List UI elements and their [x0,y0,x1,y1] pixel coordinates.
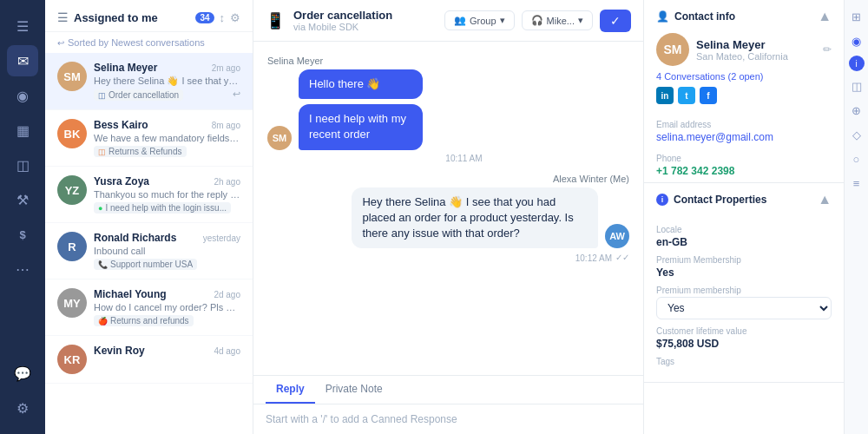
conv-tag-1: ◫ Order cancellation [94,89,183,101]
contact-name-group: Selina Meyer San Mateo, California [696,38,788,62]
read-receipt-icon: ✓✓ [615,253,629,262]
contact-properties-section: i Contact Properties ▲ Locale en-GB Prem… [644,183,844,383]
add-person-icon[interactable]: ⊕ [847,101,866,120]
facebook-icon[interactable]: f [700,87,717,104]
sort-arrow-icon: ↩ [57,38,64,48]
conv-item-5[interactable]: MY Michael Young 2d ago How do I cancel … [45,279,253,336]
premium-select-row: Premium membership Yes No [656,286,832,319]
conv-name-4: Ronald Richards [94,232,176,244]
conv-list-title: Assigned to me [74,11,190,24]
contact-info-title: 👤 Contact info [656,10,735,23]
avatar-michael: MY [57,288,87,318]
chevron-icon-2: ▾ [578,15,583,26]
chat-area: 📱 Order cancellation via Mobile SDK 👥 Gr… [253,0,644,434]
message-bubble-3: Hey there Selina 👋 I see that you had pl… [352,187,598,249]
contact-info-section: 👤 Contact info ▲ SM Selina Meyer San Mat… [644,0,844,183]
more-dots-icon[interactable]: ⋯ [7,253,38,285]
avatar-selina: SM [57,62,87,91]
premium-value: Yes [656,266,832,279]
conv-preview-5: How do I cancel my order? Pls help [94,302,240,312]
conv-item-2[interactable]: BK Bess Kairo 8m ago We have a few manda… [45,110,253,167]
collapse-props-icon[interactable]: ▲ [818,192,832,207]
person-detail-icon[interactable]: ◉ [847,31,866,50]
circle-icon[interactable]: i [849,56,865,71]
premium-membership-row: Premium Membership Yes [656,255,832,279]
chat-input-placeholder[interactable]: Start with a '/' to add a Canned Respons… [253,404,643,434]
email-value[interactable]: selina.meyer@gmail.com [656,131,832,143]
image-view-icon[interactable]: ◫ [847,76,866,95]
twitter-icon[interactable]: t [678,87,695,104]
reports-icon[interactable]: ▦ [7,115,38,146]
conv-item-1[interactable]: SM Selina Meyer 2m ago Hey there Selina … [45,53,253,110]
tag-icon-1: ◫ [98,91,106,100]
conv-preview-2: We have a few mandatory fields setup. [94,133,240,143]
left-navigation: ☰ ✉ ◉ ▦ ◫ ⚒ $ ⋯ 💬 ⚙ [0,0,45,434]
avatar-yusra: YZ [57,175,87,205]
chevron-icon: ▾ [500,15,505,26]
tools-icon[interactable]: ⚒ [7,184,38,215]
group-dropdown[interactable]: 👥 Group ▾ [444,10,515,30]
sort-label: Sorted by Newest conversations [68,37,205,48]
contact-conversations[interactable]: 4 Conversations (2 open) [656,71,832,82]
conv-sort-row: ↩ Sorted by Newest conversations [45,32,253,53]
contacts-icon[interactable]: ◉ [7,80,38,111]
contact-properties-header[interactable]: i Contact Properties ▲ [644,183,844,216]
premium-select[interactable]: Yes No [656,297,832,319]
avatar-kevin: KR [57,345,87,374]
menu-icon[interactable]: ☰ [7,10,38,42]
conv-info-5: Michael Young 2d ago How do I cancel my … [94,288,240,326]
avatar-ronald: R [57,232,87,261]
conv-preview-4: Inbound call [94,246,240,256]
chat-bubble-icon[interactable]: 💬 [7,358,38,389]
hamburger-icon[interactable]: ☰ [57,10,69,24]
premium-label: Premium Membership [656,255,832,265]
conv-name-2: Bess Kairo [94,119,148,131]
conv-item-6[interactable]: KR Kevin Roy 4d ago [45,336,253,384]
locale-value: en-GB [656,236,832,248]
contact-name: Selina Meyer [696,38,788,51]
conv-list-header: ☰ Assigned to me 34 ↕ ⚙ [45,0,253,32]
chat-messages: Selina Meyer SM Hello there 👋 I need hel… [253,42,643,375]
conv-tag-2: ◫ Returns & Refunds [94,146,187,157]
conv-time-3: 2h ago [214,177,240,187]
collapse-icon[interactable]: ▲ [818,9,832,24]
contact-info-header[interactable]: 👤 Contact info ▲ [644,0,844,33]
book-icon[interactable]: ◫ [7,149,38,181]
dollar-icon[interactable]: $ [7,219,38,250]
edit-icon[interactable]: ✏ [823,43,832,56]
properties-icon: i [656,194,668,206]
settings-icon[interactable]: ⚙ [7,392,38,424]
conv-name-1: Selina Meyer [94,62,157,74]
message-row-1: SM Hello there 👋 I need help with my rec… [267,69,629,150]
chat-title: Order cancellation [293,9,436,22]
reply-tab[interactable]: Reply [266,376,315,404]
right-panel: 👤 Contact info ▲ SM Selina Meyer San Mat… [644,0,844,434]
conv-item-3[interactable]: YZ Yusra Zoya 2h ago Thankyou so much fo… [45,167,253,223]
email-label: Email address [656,120,832,129]
message-bubble-2: I need help with my recent order [299,104,423,149]
linkedin-icon[interactable]: in [656,87,674,104]
resolve-button[interactable]: ✓ [600,10,631,32]
contact-location: San Mateo, California [696,51,788,62]
diamond-icon[interactable]: ◇ [847,125,866,144]
conv-time-1: 2m ago [212,63,240,73]
phone-field: Phone +1 782 342 2398 [644,148,844,182]
tag-icon-5: 🍎 [98,317,108,326]
inbox-icon[interactable]: ✉ [7,45,38,76]
sender-name-2: Alexa Winter (Me) [267,174,629,184]
chat-input-area: Reply Private Note Start with a '/' to a… [253,375,643,434]
circle2-icon[interactable]: ○ [847,149,866,168]
msg-avatar-alexa: AW [605,224,629,248]
conv-item-4[interactable]: R Ronald Richards yesterday Inbound call… [45,223,253,279]
mobile-sdk-icon: 📱 [266,11,285,30]
sort-icon[interactable]: ↕ [220,11,226,24]
private-note-tab[interactable]: Private Note [315,376,393,404]
conv-name-5: Michael Young [94,288,167,300]
agent-dropdown[interactable]: 🎧 Mike... ▾ [522,10,593,30]
grid-view-icon[interactable]: ⊞ [847,7,866,26]
filter-icon[interactable]: ⚙ [230,11,240,24]
phone-value[interactable]: +1 782 342 2398 [656,165,832,177]
lines-icon[interactable]: ≡ [847,174,866,193]
right-icons-column: ⊞ ◉ i ◫ ⊕ ◇ ○ ≡ [844,0,868,434]
conv-preview-3: Thankyou so much for the reply Jake. Ca.… [94,189,240,200]
